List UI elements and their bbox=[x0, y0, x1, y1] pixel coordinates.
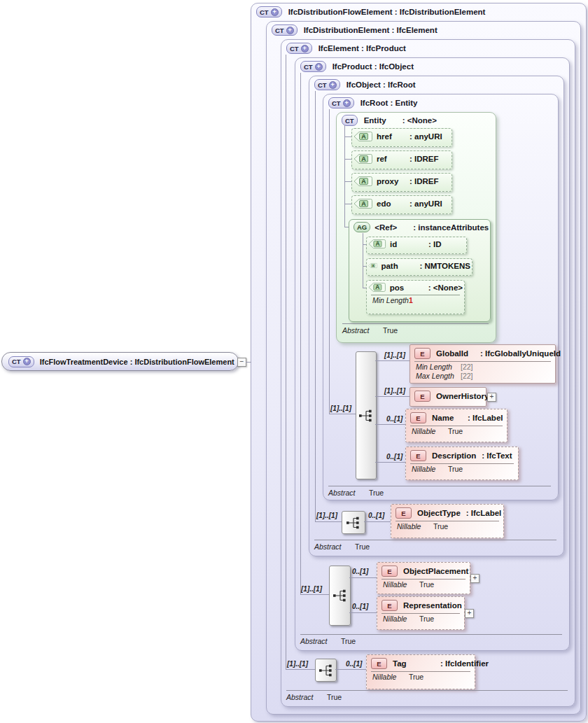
abstract-separator bbox=[300, 634, 562, 635]
connector bbox=[375, 424, 405, 425]
facet-nillable: NillableTrue bbox=[367, 673, 475, 682]
attribute-type: : IDREF bbox=[410, 177, 439, 185]
attribute-name: ref bbox=[377, 155, 406, 163]
attribute-type: : <None> bbox=[428, 283, 463, 292]
sequence-icon bbox=[358, 409, 374, 423]
entity-type: : <None> bbox=[402, 116, 437, 125]
type-header: CT+ IfcRoot : Entity bbox=[328, 97, 417, 108]
attribute-icon: A bbox=[354, 131, 373, 142]
facet-separator bbox=[371, 295, 460, 295]
connector bbox=[344, 204, 351, 204]
sequence-compositor bbox=[342, 511, 365, 534]
type-title: IfcRoot : Entity bbox=[360, 99, 418, 107]
svg-text:A: A bbox=[372, 264, 374, 267]
complex-type-icon: CT+ bbox=[300, 61, 326, 72]
expand-button[interactable]: + bbox=[470, 574, 479, 583]
abstract-row: Abstract True bbox=[286, 693, 342, 701]
connector bbox=[349, 612, 377, 613]
type-title: IfcProduct : IfcObject bbox=[332, 62, 414, 71]
attribute-type: : NMTOKENS bbox=[419, 262, 470, 270]
entity-name: Entity bbox=[364, 116, 396, 125]
facet-nillable: NillableTrue bbox=[377, 580, 470, 589]
derived-plus-icon: + bbox=[329, 81, 337, 89]
derived-plus-icon: + bbox=[271, 8, 279, 16]
facet-separator bbox=[410, 426, 503, 426]
sequence-compositor bbox=[315, 659, 337, 682]
svg-text:A: A bbox=[361, 178, 366, 185]
cardinality-label: 0..[1] bbox=[386, 453, 402, 461]
attribute-name: edo bbox=[377, 199, 406, 208]
complex-type-icon: CT+ bbox=[328, 97, 354, 108]
connector bbox=[335, 669, 366, 670]
type-title: IfcObject : IfcRoot bbox=[346, 80, 416, 89]
attribute-type: : anyURI bbox=[410, 199, 442, 208]
derived-plus-icon: + bbox=[301, 45, 309, 52]
attribute-group-icon: AG bbox=[354, 222, 370, 232]
complex-type-icon: CT+ bbox=[286, 43, 312, 54]
root-element-node[interactable]: CT+ IfcFlowTreatmentDevice : IfcDistribu… bbox=[1, 352, 239, 371]
element-tag: E Tag : IfcIdentifier NillableTrue bbox=[366, 654, 475, 689]
cardinality-label: 0..[1] bbox=[346, 660, 362, 668]
facet-nillable: NillableTrue bbox=[391, 522, 503, 531]
facet-nillable: NillableTrue bbox=[406, 427, 507, 436]
complex-type-icon: CT+ bbox=[272, 24, 298, 36]
complex-type-icon: CT+ bbox=[8, 356, 34, 367]
facet-separator bbox=[396, 521, 499, 521]
type-header: CT+ IfcDistributionElement : IfcElement bbox=[272, 24, 438, 36]
cardinality-label: 0..[1] bbox=[352, 568, 368, 575]
attribute-path: A path : NMTOKENS bbox=[366, 258, 472, 276]
derived-plus-icon: + bbox=[286, 27, 294, 34]
entity-header: CT Entity : <None> bbox=[342, 115, 437, 126]
element-icon: E bbox=[371, 658, 387, 669]
attribute-proxy: A proxy : IDREF bbox=[351, 173, 452, 192]
abstract-separator bbox=[286, 690, 568, 691]
derived-plus-icon: + bbox=[343, 99, 351, 107]
cardinality-label: [1]..[1] bbox=[384, 351, 405, 359]
cardinality-label: [1]..[1] bbox=[384, 387, 405, 395]
facet-separator bbox=[382, 613, 460, 614]
connector bbox=[349, 577, 377, 578]
attribute-icon: A bbox=[368, 282, 386, 293]
facet-separator bbox=[410, 463, 514, 464]
abstract-row: Abstract True bbox=[328, 489, 384, 497]
connector bbox=[329, 109, 330, 414]
type-header: CT+ IfcDistributionFlowElement : IfcDist… bbox=[256, 6, 485, 17]
connector bbox=[300, 73, 301, 594]
connector bbox=[300, 594, 329, 595]
attribute-ref: A ref : IDREF bbox=[351, 150, 452, 169]
element-icon: E bbox=[396, 507, 412, 519]
element-objecttype: E ObjectType : IfcLabel NillableTrue bbox=[391, 504, 504, 538]
attribute-icon: A bbox=[368, 260, 377, 271]
connector bbox=[364, 521, 391, 522]
expand-button[interactable]: + bbox=[487, 393, 496, 402]
attribute-type: : ID bbox=[428, 240, 442, 248]
connector bbox=[286, 669, 315, 670]
schema-diagram: CT+ IfcDistributionFlowElement : IfcDist… bbox=[0, 0, 588, 723]
cardinality-label: 0..[1] bbox=[386, 415, 402, 423]
type-title: IfcElement : IfcProduct bbox=[318, 44, 406, 52]
attribute-type: : IDREF bbox=[410, 155, 439, 163]
connector bbox=[286, 55, 286, 669]
connector bbox=[344, 181, 351, 182]
attribute-icon: A bbox=[354, 153, 373, 164]
complex-type-icon: CT+ bbox=[314, 79, 340, 90]
element-icon: E bbox=[414, 391, 430, 402]
connector bbox=[344, 125, 345, 227]
expand-button[interactable]: + bbox=[465, 609, 474, 618]
facet-separator bbox=[414, 361, 551, 362]
facet-min-length: Min Length 1 bbox=[367, 296, 464, 305]
derived-plus-icon: + bbox=[315, 63, 323, 71]
svg-text:A: A bbox=[361, 133, 366, 140]
attribute-pos: A pos : <None> Min Length 1 bbox=[366, 280, 465, 314]
cardinality-label: 0..[1] bbox=[368, 512, 384, 519]
type-header: CT+ IfcElement : IfcProduct bbox=[286, 43, 406, 54]
element-icon: E bbox=[382, 566, 398, 577]
attribute-group-header: AG <Ref> : instanceAttributes bbox=[354, 222, 489, 232]
svg-text:A: A bbox=[361, 155, 366, 162]
attribute-name: id bbox=[390, 240, 425, 248]
attribute-name: path bbox=[381, 262, 416, 270]
svg-text:A: A bbox=[361, 200, 366, 207]
abstract-row: Abstract True bbox=[300, 637, 356, 645]
sequence-icon bbox=[346, 516, 361, 530]
connector bbox=[246, 362, 251, 363]
